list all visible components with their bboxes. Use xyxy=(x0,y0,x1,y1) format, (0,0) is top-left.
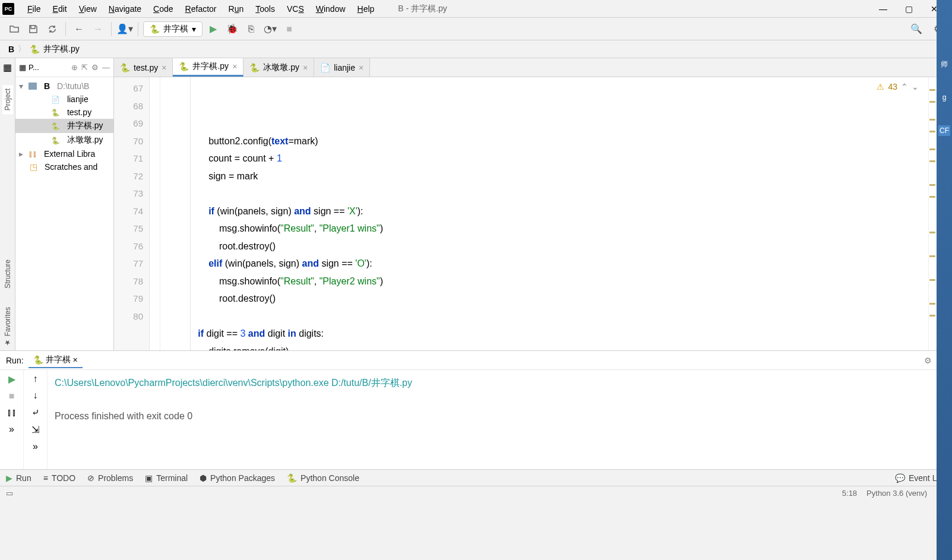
menu-run[interactable]: Run xyxy=(223,2,250,16)
run-icon[interactable]: ▶ xyxy=(205,21,222,37)
tree-file-lianjie[interactable]: lianjie xyxy=(15,93,113,106)
target-icon[interactable]: ⊕ xyxy=(71,63,78,72)
tree-file-bingdundun[interactable]: 冰墩墩.py xyxy=(15,133,113,147)
scroll-icon[interactable]: ⇲ xyxy=(31,424,39,435)
debug-icon[interactable]: 🐞 xyxy=(224,21,241,37)
tab-label: lianjie xyxy=(334,63,355,72)
tree-file-test[interactable]: test.py xyxy=(15,106,113,119)
warning-icon: ⚠ xyxy=(877,82,884,91)
toolbar: ← → 👤▾ 🐍 井字棋 ▾ ▶ 🐞 ⎘ ◔▾ ■ 🔍 ⚙ xyxy=(0,18,952,40)
coverage-icon[interactable]: ⎘ xyxy=(243,21,260,37)
breadcrumb-file[interactable]: 井字棋.py xyxy=(43,44,80,55)
down-icon[interactable]: ↓ xyxy=(33,390,38,401)
close-icon[interactable]: × xyxy=(359,63,363,72)
tab-label: 井字棋.py xyxy=(192,61,229,72)
gear-icon[interactable]: ⚙ xyxy=(924,356,932,365)
menu-refactor[interactable]: Refactor xyxy=(179,2,223,16)
settings-icon[interactable]: ⚙ xyxy=(91,63,99,72)
project-toolwindow-icon[interactable]: ▦ xyxy=(3,62,12,73)
run-output[interactable]: C:\Users\Lenovo\PycharmProjects\dierci\v… xyxy=(48,370,952,469)
open-icon[interactable] xyxy=(6,21,23,37)
menu-vcs[interactable]: VCS xyxy=(281,2,310,16)
save-icon[interactable] xyxy=(25,21,42,37)
close-icon[interactable]: × xyxy=(162,63,166,72)
tab-structure[interactable]: Structure xyxy=(2,256,13,292)
project-header-label: P... xyxy=(29,63,39,72)
tab-console[interactable]: 🐍Python Console xyxy=(287,473,359,483)
menu-edit[interactable]: Edit xyxy=(47,2,73,16)
tree-file-tictactoe[interactable]: 井字棋.py xyxy=(15,119,113,133)
tree-root[interactable]: ▾ B D:\tutu\B xyxy=(15,80,113,93)
menu-code[interactable]: Code xyxy=(147,2,179,16)
inspection-widget[interactable]: ⚠ 43 ⌃ ⌄ xyxy=(877,82,919,91)
run-tool-window: Run: 🐍 井字棋 × ⚙ — ▶ ■ ⫿⫿ » ↑ ↓ ⤶ ⇲ » xyxy=(0,350,952,469)
code-editor[interactable]: button2.config(text=mark) count = count … xyxy=(160,77,928,350)
run-output-path: C:\Users\Lenovo\PycharmProjects\dierci\v… xyxy=(55,378,412,388)
back-icon[interactable]: ← xyxy=(71,21,87,37)
more-icon[interactable]: » xyxy=(9,424,14,435)
collapse-icon[interactable]: ⇱ xyxy=(81,63,88,72)
interpreter[interactable]: Python 3.6 (venv) xyxy=(866,489,927,498)
next-icon[interactable]: ⌄ xyxy=(912,82,919,91)
up-icon[interactable]: ↑ xyxy=(33,374,38,384)
editor-area: 🐍test.py×🐍井字棋.py×🐍冰墩墩.py×📄lianjie× 67686… xyxy=(114,58,937,350)
python-icon: 🐍 xyxy=(150,24,160,34)
tab-todo[interactable]: ≡TODO xyxy=(43,473,75,483)
layout-icon[interactable]: ⫿⫿ xyxy=(7,407,17,418)
user-dropdown-icon[interactable]: 👤▾ xyxy=(116,21,133,37)
sync-icon[interactable] xyxy=(44,21,61,37)
close-icon[interactable]: × xyxy=(73,355,78,365)
stop-icon[interactable]: ■ xyxy=(281,21,298,37)
run-config-selector[interactable]: 🐍 井字棋 ▾ xyxy=(143,21,203,37)
more-icon[interactable]: » xyxy=(33,441,38,452)
tab-packages[interactable]: ⬢Python Packages xyxy=(200,473,275,483)
breadcrumb-root[interactable]: B xyxy=(8,45,14,54)
run-label: Run: xyxy=(6,356,24,365)
menu-navigate[interactable]: Navigate xyxy=(103,2,147,16)
tab-label: 冰墩墩.py xyxy=(263,62,299,73)
minimize-icon[interactable]: — xyxy=(879,4,887,14)
project-tree: ▾ B D:\tutu\B lianjie test.py 井字棋.py 冰墩墩… xyxy=(15,77,113,350)
menu-tools[interactable]: Tools xyxy=(249,2,281,16)
wrap-icon[interactable]: ⤶ xyxy=(31,407,39,418)
tree-scratches[interactable]: ◳ Scratches and xyxy=(15,160,113,173)
window-title: B - 井字棋.py xyxy=(398,4,447,14)
tab-project[interactable]: Project xyxy=(2,85,13,114)
search-icon[interactable]: 🔍 xyxy=(908,21,925,37)
profile-icon[interactable]: ◔▾ xyxy=(262,21,279,37)
tab-favorites[interactable]: ★ Favorites xyxy=(2,303,13,350)
status-icon[interactable]: ▭ xyxy=(6,489,13,498)
editor-tab[interactable]: 📄lianjie× xyxy=(314,58,370,77)
tab-problems[interactable]: ⊘Problems xyxy=(87,473,133,483)
warning-count: 43 xyxy=(888,82,897,91)
editor-tab[interactable]: 🐍井字棋.py× xyxy=(173,58,243,77)
maximize-icon[interactable]: ▢ xyxy=(905,4,913,14)
file-icon: 📄 xyxy=(320,63,330,72)
stop-icon[interactable]: ■ xyxy=(9,391,15,401)
editor-tab[interactable]: 🐍冰墩墩.py× xyxy=(243,58,314,77)
menu-window[interactable]: Window xyxy=(310,2,352,16)
run-tab[interactable]: 🐍 井字棋 × xyxy=(29,353,83,368)
cursor-position[interactable]: 5:18 xyxy=(842,489,857,498)
pycharm-icon: PC xyxy=(2,3,14,15)
editor-tab[interactable]: 🐍test.py× xyxy=(114,58,173,77)
hide-icon[interactable]: — xyxy=(102,63,110,72)
run-output-result: Process finished with exit code 0 xyxy=(55,411,192,421)
dropdown-icon: ▾ xyxy=(192,24,196,34)
menu-help[interactable]: Help xyxy=(352,2,381,16)
tab-label: test.py xyxy=(134,63,158,72)
menu-file[interactable]: File xyxy=(21,2,47,16)
tab-run[interactable]: ▶Run xyxy=(6,473,31,483)
rerun-icon[interactable]: ▶ xyxy=(8,374,15,385)
prev-icon[interactable]: ⌃ xyxy=(901,82,908,91)
close-icon[interactable]: × xyxy=(232,62,237,71)
close-icon[interactable]: × xyxy=(303,63,308,72)
run-config-label: 井字棋 xyxy=(163,24,188,34)
status-bar: ▭ 5:18 Python 3.6 (venv) 🔓 xyxy=(0,486,952,500)
run-tab-label: 井字棋 xyxy=(46,355,71,365)
marker-bar[interactable] xyxy=(928,77,937,350)
tree-external-libs[interactable]: ▸⫿⫿ External Libra xyxy=(15,147,113,160)
forward-icon[interactable]: → xyxy=(90,21,106,37)
tab-terminal[interactable]: ▣Terminal xyxy=(145,473,188,483)
menu-view[interactable]: View xyxy=(73,2,103,16)
